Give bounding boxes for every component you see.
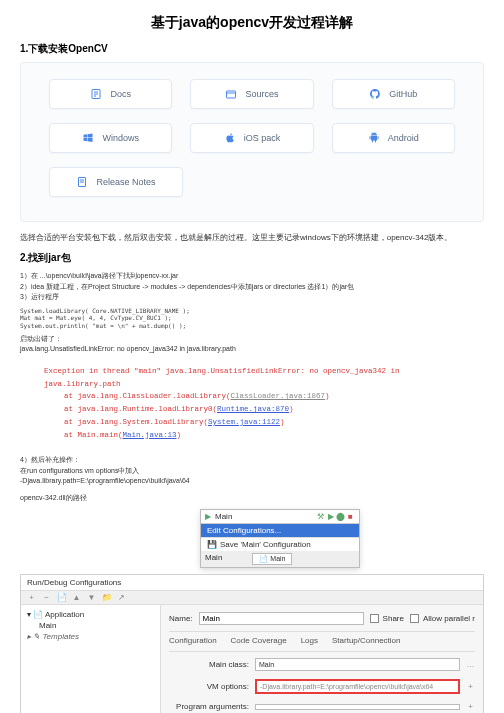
- browse-icon[interactable]: …: [466, 660, 475, 669]
- error-label: 启动出错了：: [20, 334, 484, 345]
- program-args-label: Program arguments:: [169, 702, 249, 711]
- err-line-4a: at java.lang.System.loadLibrary(: [64, 418, 208, 426]
- hammer-icon: ⚒: [316, 512, 325, 521]
- list-item: opencv-342.dll的路径: [20, 493, 484, 504]
- code-line: System.loadLibrary( Core.NATIVE_LIBRARY_…: [20, 307, 484, 315]
- code-line: System.out.println( "mat = \n" + mat.dum…: [20, 322, 484, 330]
- err-link[interactable]: Main.java:13: [123, 431, 177, 439]
- sources-icon: [225, 88, 237, 100]
- list-item: 4）然后补充操作：: [20, 455, 484, 466]
- err-link[interactable]: Runtime.java:870: [217, 405, 289, 413]
- release-notes-button[interactable]: Release Notes: [49, 167, 183, 197]
- note-text-1: 选择合适的平台安装包下载，然后双击安装，也就是解压的过程。这里主要记录windo…: [20, 232, 484, 243]
- menu-main2[interactable]: Main: [205, 553, 222, 565]
- page-title: 基于java的opencv开发过程详解: [20, 14, 484, 32]
- allow-parallel-checkbox[interactable]: Allow parallel r: [410, 614, 475, 623]
- android-label: Android: [388, 133, 419, 143]
- remove-icon[interactable]: −: [42, 593, 51, 602]
- err-link[interactable]: System.java:1122: [208, 418, 280, 426]
- svg-rect-4: [227, 91, 236, 98]
- tree-application[interactable]: ▾ 📄 Application: [25, 609, 156, 620]
- ios-label: iOS pack: [244, 133, 281, 143]
- up-icon[interactable]: ▲: [72, 593, 81, 602]
- github-label: GitHub: [389, 89, 417, 99]
- list-item: 3）运行程序: [20, 292, 484, 303]
- tab-startup[interactable]: Startup/Connection: [332, 636, 401, 645]
- release-notes-label: Release Notes: [96, 177, 155, 187]
- folder-icon[interactable]: 📁: [102, 593, 111, 602]
- docs-label: Docs: [110, 89, 131, 99]
- github-icon: [369, 88, 381, 100]
- dialog-toolbar: + − 📄 ▲ ▼ 📁 ↗: [21, 591, 483, 605]
- stop-icon: ■: [346, 512, 355, 521]
- program-args-field[interactable]: [255, 704, 460, 710]
- err-link[interactable]: ClassLoader.java:1867: [231, 392, 326, 400]
- menu-main3-button[interactable]: 📄 Main: [252, 553, 292, 565]
- windows-label: Windows: [102, 133, 139, 143]
- tab-code-coverage[interactable]: Code Coverage: [231, 636, 287, 645]
- tab-logs[interactable]: Logs: [301, 636, 318, 645]
- windows-button[interactable]: Windows: [49, 123, 172, 153]
- sources-button[interactable]: Sources: [190, 79, 313, 109]
- sources-label: Sources: [245, 89, 278, 99]
- menu-main-label: Main: [215, 512, 232, 521]
- apple-icon: [224, 132, 236, 144]
- download-panel: Docs Sources GitHub Windows iOS pack: [20, 62, 484, 222]
- tree-main[interactable]: Main: [37, 620, 156, 631]
- play-icon: ▶: [205, 512, 211, 521]
- main-class-label: Main class:: [169, 660, 249, 669]
- run-menu-screenshot: ▶ Main ⚒ ▶ ⬤ ■ Edit Configurations... 💾S…: [200, 509, 360, 568]
- name-label: Name:: [169, 614, 193, 623]
- ios-button[interactable]: iOS pack: [190, 123, 313, 153]
- bug-icon: ⬤: [336, 512, 345, 521]
- save-config-item[interactable]: 💾Save 'Main' Configuration: [201, 537, 359, 551]
- list-item: 在run configurations vm options中加入: [20, 466, 484, 477]
- github-button[interactable]: GitHub: [332, 79, 455, 109]
- windows-icon: [82, 132, 94, 144]
- wrench-icon[interactable]: ↗: [117, 593, 126, 602]
- docs-icon: [90, 88, 102, 100]
- config-tree: ▾ 📄 Application Main ▸ ✎ Templates: [21, 605, 161, 713]
- dialog-title: Run/Debug Configurations: [21, 575, 483, 591]
- vm-options-field[interactable]: -Djava.library.path=E:\programfile\openc…: [255, 679, 460, 694]
- play-small-icon: ▶: [326, 512, 335, 521]
- save-icon: 💾: [207, 540, 217, 549]
- tree-templates[interactable]: ▸ ✎ Templates: [25, 631, 156, 642]
- name-field[interactable]: [199, 612, 364, 625]
- error-text: java.lang.UnsatisfiedLinkError: no openc…: [20, 344, 484, 355]
- copy-icon[interactable]: 📄: [57, 593, 66, 602]
- add-icon[interactable]: +: [27, 593, 36, 602]
- android-icon: [368, 132, 380, 144]
- list-item: 1）在 ...\opencv\build\java路径下找到opencv-xx.…: [20, 271, 484, 282]
- down-icon[interactable]: ▼: [87, 593, 96, 602]
- main-class-field[interactable]: Main: [255, 658, 460, 671]
- expand-icon[interactable]: +: [466, 682, 475, 691]
- expand-icon[interactable]: +: [466, 702, 475, 711]
- section-heading-1: 1.下载安装OpenCV: [20, 42, 484, 56]
- edit-config-item[interactable]: Edit Configurations...: [201, 524, 359, 537]
- err-line-5a: at Main.main(: [64, 431, 123, 439]
- tab-configuration[interactable]: Configuration: [169, 636, 217, 645]
- stacktrace: Exception in thread "main" java.lang.Uns…: [20, 359, 484, 448]
- list-item: 2）idea 新建工程，在Project Structure -> module…: [20, 282, 484, 293]
- run-config-dialog: Run/Debug Configurations + − 📄 ▲ ▼ 📁 ↗ ▾…: [20, 574, 484, 713]
- err-line-1: Exception in thread "main" java.lang.Uns…: [24, 365, 480, 391]
- docs-button[interactable]: Docs: [49, 79, 172, 109]
- section-heading-2: 2.找到jar包: [20, 251, 484, 265]
- vm-options-label: VM options:: [169, 682, 249, 691]
- err-line-2a: at java.lang.ClassLoader.loadLibrary(: [64, 392, 231, 400]
- android-button[interactable]: Android: [332, 123, 455, 153]
- list-item: -Djava.library.path=E:\programfile\openc…: [20, 476, 484, 487]
- err-line-3a: at java.lang.Runtime.loadLibrary0(: [64, 405, 217, 413]
- notes-icon: [76, 176, 88, 188]
- code-line: Mat mat = Mat.eye( 4, 4, CvType.CV_8UC1 …: [20, 314, 484, 322]
- share-checkbox[interactable]: Share: [370, 614, 404, 623]
